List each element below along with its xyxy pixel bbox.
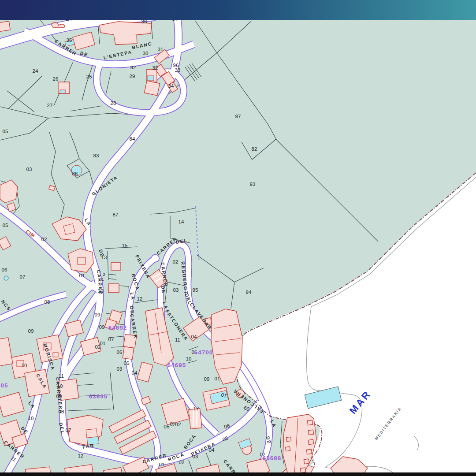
parcel-number-label: 34 xyxy=(168,83,174,89)
parcel-number-label: 92 xyxy=(130,65,136,70)
bottom-bar xyxy=(0,472,476,476)
parcel-number-label: 95 xyxy=(193,287,198,293)
parcel-number-label: 25 xyxy=(86,74,92,79)
parcel-number-label: 05 xyxy=(164,424,170,429)
parcel-number-label: 07 xyxy=(108,337,114,342)
parcel-number-label: 84 xyxy=(130,136,135,141)
parcel-number-label: 12 xyxy=(137,296,143,301)
parcel-number-label: 31 xyxy=(158,47,164,52)
parcel-number-label: 03 xyxy=(173,287,179,293)
parcel-number-label: 27 xyxy=(47,103,53,108)
cadastral-block-ref: 65688 xyxy=(263,455,282,461)
cadastral-block-ref: 05 xyxy=(0,382,8,389)
parcel-number-label: 03 xyxy=(117,366,123,372)
parcel-number-label: 01 xyxy=(100,341,106,346)
parcel-number-label: 2 xyxy=(103,272,105,277)
parcel-number-label: 09 xyxy=(28,328,34,334)
parcel-number-label: 08 xyxy=(45,299,50,305)
parcel-number-label: 86 xyxy=(72,171,78,176)
parcel-number-label: 07 xyxy=(20,274,26,279)
parcel-number-label: 93 xyxy=(250,182,256,187)
parcel-number-label: 03 xyxy=(26,167,32,172)
parcel-number-label: 04 xyxy=(132,370,138,376)
sea-name-label: MEDITERRANIA xyxy=(374,406,402,441)
street-name-label: DE xyxy=(160,285,167,294)
parcel-number-label: 35 xyxy=(67,37,72,43)
parcel-number-label: 29 xyxy=(130,74,135,79)
parcel-number-label: 32 xyxy=(152,65,158,71)
cadastral-block-ref: 64695 xyxy=(167,362,186,368)
parcel-number-label: 15 xyxy=(122,243,128,248)
parcel-number-label: 09 xyxy=(204,376,210,382)
parcel-number-label: 04 xyxy=(191,334,197,339)
parcel-number-label: 09 xyxy=(99,324,105,330)
parcel-number-label: 05 xyxy=(3,223,8,228)
parcel-number-label: 33 xyxy=(175,67,181,73)
parcel-number-label: 28 xyxy=(111,100,116,106)
parcel-number-label: 01 xyxy=(159,462,165,467)
cadastral-block-ref: 63695 xyxy=(89,393,108,400)
parcel-number-label: 02 xyxy=(95,344,101,350)
parcel-number-label: 30 xyxy=(143,51,149,56)
parcel-number-label: 02 xyxy=(175,422,181,427)
parcel-number-label: 02 xyxy=(41,237,47,242)
land-area xyxy=(0,20,476,476)
parcel-number-label: 10 xyxy=(22,363,27,368)
parcel-number-label: 97 xyxy=(235,114,241,119)
parcel-number-label: 87 xyxy=(113,212,119,217)
parcel-number-label: 10 xyxy=(28,416,34,421)
sea-name-label: MAR xyxy=(347,388,373,416)
cadastral-block-ref: 64700 xyxy=(194,349,213,356)
parcel-number-label: 01 xyxy=(79,273,85,278)
parcel-number-label: 14 xyxy=(178,219,184,224)
parcel-number-label: 17 xyxy=(193,406,199,411)
parcel-number-label: 05 xyxy=(124,361,130,366)
parcel-number-label: 82 xyxy=(252,146,257,152)
header-bar xyxy=(0,0,476,20)
parcel-number-label: 07 xyxy=(66,428,71,433)
parcel-number-label: 05 xyxy=(3,129,8,134)
parcel-number-label: 94 xyxy=(246,290,252,295)
parcel-number-label: 83 xyxy=(93,153,99,158)
parcel-number-label: 01 xyxy=(215,376,220,381)
parcel-number-label: 11 xyxy=(175,337,180,342)
parcel-number-label: 26 xyxy=(53,76,59,82)
cadastral-block-ref: 64692 xyxy=(108,324,127,331)
map-viewer-window: 3536373031923296333429242526272897828483… xyxy=(0,0,476,476)
coastline-detail xyxy=(414,436,418,450)
parcel-number-label: 02 xyxy=(179,460,185,465)
parcel-number-label: 10 xyxy=(186,356,192,361)
parcel-number-label: 12 xyxy=(78,453,84,458)
parcel-number-label: 06 xyxy=(2,267,7,272)
parcel-number-label: 02 xyxy=(173,259,178,264)
parcel-number-label: 09 xyxy=(95,312,100,317)
cadastral-map-canvas[interactable]: 3536373031923296333429242526272897828483… xyxy=(0,0,476,476)
parcel-number-label: 24 xyxy=(33,68,38,74)
parcel-number-label: 06 xyxy=(117,350,123,355)
